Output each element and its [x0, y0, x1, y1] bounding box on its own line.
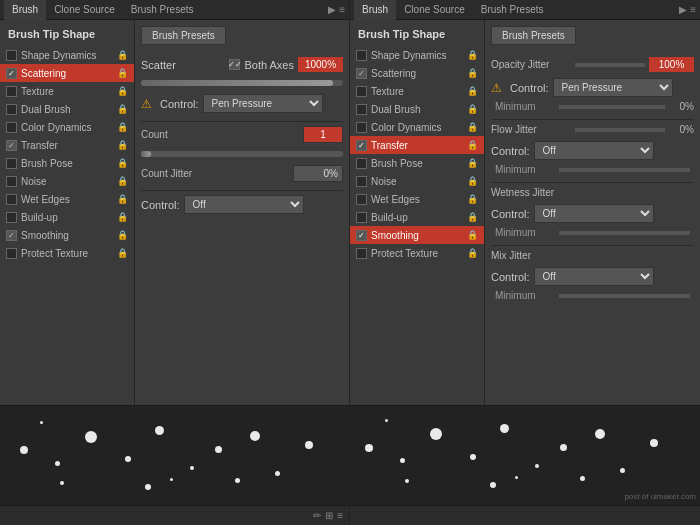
- checkbox-wet-edges-right[interactable]: [356, 194, 367, 205]
- checkbox-texture-left[interactable]: [6, 86, 17, 97]
- left-panel-content: Brush Tip Shape Shape Dynamics 🔒 ✓ Scatt…: [0, 20, 349, 405]
- checkbox-scattering-right[interactable]: ✓: [356, 68, 367, 79]
- tab-brush-left[interactable]: Brush: [4, 0, 46, 20]
- toolbar-icon-pencil[interactable]: ✏: [313, 510, 321, 521]
- label-wet-edges-right: Wet Edges: [371, 194, 420, 205]
- left-sidebar: Brush Tip Shape Shape Dynamics 🔒 ✓ Scatt…: [0, 20, 135, 405]
- both-axes-checkbox[interactable]: ✓: [229, 59, 240, 70]
- lock-transfer-right: 🔒: [467, 140, 478, 150]
- checkbox-transfer-left[interactable]: ✓: [6, 140, 17, 151]
- sidebar-item-protect-texture-left[interactable]: Protect Texture 🔒: [0, 244, 134, 262]
- control-dropdown-left[interactable]: Pen Pressure: [203, 94, 323, 113]
- brush-presets-button-left[interactable]: Brush Presets: [141, 26, 226, 45]
- checkbox-transfer-right[interactable]: ✓: [356, 140, 367, 151]
- sidebar-item-shape-dynamics-right[interactable]: Shape Dynamics 🔒: [350, 46, 484, 64]
- minimum-slider-4[interactable]: [559, 294, 690, 298]
- sidebar-item-transfer-right[interactable]: ✓ Transfer 🔒: [350, 136, 484, 154]
- sidebar-item-color-dynamics-left[interactable]: Color Dynamics 🔒: [0, 118, 134, 136]
- sidebar-item-color-dynamics-right[interactable]: Color Dynamics 🔒: [350, 118, 484, 136]
- checkbox-buildup-left[interactable]: [6, 212, 17, 223]
- toolbar-icon-grid[interactable]: ⊞: [325, 510, 333, 521]
- checkbox-noise-left[interactable]: [6, 176, 17, 187]
- lock-smoothing-right: 🔒: [467, 230, 478, 240]
- minimum-slider-3[interactable]: [559, 231, 690, 235]
- control-dropdown-right[interactable]: Pen Pressure: [553, 78, 673, 97]
- checkbox-dual-brush-left[interactable]: [6, 104, 17, 115]
- control2-dropdown-left[interactable]: Off: [184, 195, 304, 214]
- tab-brush-presets-right[interactable]: Brush Presets: [473, 0, 552, 20]
- count-jitter-slider[interactable]: [141, 151, 343, 157]
- checkbox-texture-right[interactable]: [356, 86, 367, 97]
- tab-arrow-right[interactable]: ▶ ≡: [679, 4, 696, 15]
- preview-dot-r15: [515, 476, 518, 479]
- tab-arrow-left[interactable]: ▶ ≡: [328, 4, 345, 15]
- checkbox-brush-pose-right[interactable]: [356, 158, 367, 169]
- count-input[interactable]: 1: [303, 126, 343, 143]
- checkbox-brush-pose-left[interactable]: [6, 158, 17, 169]
- control3-dropdown-right[interactable]: Off: [534, 204, 654, 223]
- brush-tip-shape-header-right[interactable]: Brush Tip Shape: [350, 24, 484, 46]
- left-bottom-toolbar: ✏ ⊞ ≡: [0, 505, 349, 525]
- preview-dot: [250, 431, 260, 441]
- preview-dot-r6: [535, 464, 539, 468]
- sidebar-item-wet-edges-right[interactable]: Wet Edges 🔒: [350, 190, 484, 208]
- tab-clone-source-left[interactable]: Clone Source: [46, 0, 123, 20]
- tab-clone-source-right[interactable]: Clone Source: [396, 0, 473, 20]
- sidebar-item-dual-brush-left[interactable]: Dual Brush 🔒: [0, 100, 134, 118]
- checkbox-shape-dynamics-left[interactable]: [6, 50, 17, 61]
- sidebar-item-noise-left[interactable]: Noise 🔒: [0, 172, 134, 190]
- sidebar-item-buildup-left[interactable]: Build-up 🔒: [0, 208, 134, 226]
- sidebar-item-brush-pose-left[interactable]: Brush Pose 🔒: [0, 154, 134, 172]
- sidebar-item-smoothing-left[interactable]: ✓ Smoothing 🔒: [0, 226, 134, 244]
- preview-dot-r14: [385, 419, 388, 422]
- sidebar-item-dual-brush-right[interactable]: Dual Brush 🔒: [350, 100, 484, 118]
- preview-dot-r4: [470, 454, 476, 460]
- sidebar-item-transfer-left[interactable]: ✓ Transfer 🔒: [0, 136, 134, 154]
- tab-brush-right[interactable]: Brush: [354, 0, 396, 20]
- sidebar-item-smoothing-right[interactable]: ✓ Smoothing 🔒: [350, 226, 484, 244]
- opacity-jitter-slider[interactable]: [575, 63, 645, 67]
- control-label-right: Control:: [510, 82, 549, 94]
- checkbox-noise-right[interactable]: [356, 176, 367, 187]
- checkbox-protect-texture-left[interactable]: [6, 248, 17, 259]
- sidebar-item-buildup-right[interactable]: Build-up 🔒: [350, 208, 484, 226]
- flow-jitter-slider[interactable]: [575, 128, 665, 132]
- toolbar-icon-menu[interactable]: ≡: [337, 510, 343, 521]
- preview-dot: [85, 431, 97, 443]
- sidebar-item-scattering-right[interactable]: ✓ Scattering 🔒: [350, 64, 484, 82]
- label-brush-pose-left: Brush Pose: [21, 158, 73, 169]
- brush-presets-button-right[interactable]: Brush Presets: [491, 26, 576, 45]
- minimum-slider-1[interactable]: [559, 105, 665, 109]
- checkbox-smoothing-left[interactable]: ✓: [6, 230, 17, 241]
- brush-tip-shape-header[interactable]: Brush Tip Shape: [0, 24, 134, 46]
- checkbox-wet-edges-left[interactable]: [6, 194, 17, 205]
- minimum-label-4: Minimum: [495, 290, 555, 301]
- sidebar-item-brush-pose-right[interactable]: Brush Pose 🔒: [350, 154, 484, 172]
- checkbox-color-dynamics-right[interactable]: [356, 122, 367, 133]
- checkbox-buildup-right[interactable]: [356, 212, 367, 223]
- sidebar-item-shape-dynamics-left[interactable]: Shape Dynamics 🔒: [0, 46, 134, 64]
- checkbox-scattering-left[interactable]: ✓: [6, 68, 17, 79]
- checkbox-dual-brush-right[interactable]: [356, 104, 367, 115]
- sidebar-item-noise-right[interactable]: Noise 🔒: [350, 172, 484, 190]
- sidebar-item-scattering-left[interactable]: ✓ Scattering 🔒: [0, 64, 134, 82]
- sidebar-item-texture-right[interactable]: Texture 🔒: [350, 82, 484, 100]
- checkbox-protect-texture-right[interactable]: [356, 248, 367, 259]
- tab-brush-presets-left[interactable]: Brush Presets: [123, 0, 202, 20]
- control4-dropdown-right[interactable]: Off: [534, 267, 654, 286]
- left-preview-area: [0, 405, 349, 505]
- control2-dropdown-right[interactable]: Off: [534, 141, 654, 160]
- sidebar-item-texture-left[interactable]: Texture 🔒: [0, 82, 134, 100]
- checkbox-smoothing-right[interactable]: ✓: [356, 230, 367, 241]
- lock-brush-pose-right: 🔒: [467, 158, 478, 168]
- minimum-slider-2[interactable]: [559, 168, 690, 172]
- preview-dot: [235, 478, 240, 483]
- checkbox-color-dynamics-left[interactable]: [6, 122, 17, 133]
- sidebar-item-protect-texture-right[interactable]: Protect Texture 🔒: [350, 244, 484, 262]
- scatter-slider[interactable]: [141, 80, 343, 86]
- sidebar-item-wet-edges-left[interactable]: Wet Edges 🔒: [0, 190, 134, 208]
- preview-dot-r7: [560, 444, 567, 451]
- checkbox-shape-dynamics-right[interactable]: [356, 50, 367, 61]
- control-label-left: Control:: [160, 98, 199, 110]
- preview-dot-r9: [620, 468, 625, 473]
